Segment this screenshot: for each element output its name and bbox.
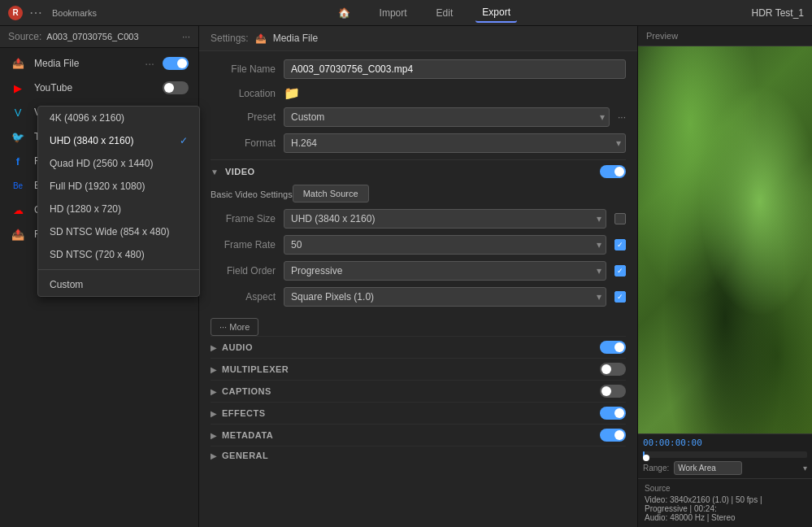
captions-section-row[interactable]: ▶ CAPTIONS xyxy=(211,380,626,402)
captions-toggle[interactable] xyxy=(600,385,626,398)
preset-row: Preset Custom ▾ ··· xyxy=(211,107,626,127)
multiplexer-toggle[interactable] xyxy=(600,363,626,376)
aspect-checkbox[interactable] xyxy=(614,291,626,303)
field-order-row: Field Order Progressive ▾ xyxy=(211,261,626,281)
range-row: Range: Work Area Entire Sequence In/Out … xyxy=(643,461,807,475)
top-bar-left: R ⋯ Bookmarks xyxy=(8,5,97,20)
source-video-info: Video: 3840x2160 (1.0) | 50 fps | Progre… xyxy=(645,495,805,513)
dropdown-option-quad-hd-label: Quad HD (2560 x 1440) xyxy=(50,158,153,169)
youtube-icon: ▶ xyxy=(10,81,26,94)
dropdown-option-4k[interactable]: 4K (4096 x 2160) xyxy=(38,107,199,129)
multiplexer-chevron: ▶ xyxy=(211,365,217,374)
frame-rate-select[interactable]: 50 xyxy=(284,235,606,255)
frame-rate-checkbox[interactable] xyxy=(614,239,626,250)
facebook-icon: f xyxy=(10,155,26,168)
effects-chevron: ▶ xyxy=(211,409,217,418)
export-item-youtube[interactable]: ▶ YouTube xyxy=(0,76,198,100)
source-more-dots[interactable]: ··· xyxy=(182,31,190,42)
frame-rate-label: Frame Rate xyxy=(211,239,276,250)
frame-rate-select-wrapper: 50 ▾ xyxy=(284,235,606,255)
preset-dots[interactable]: ··· xyxy=(618,111,626,123)
export-item-media-file[interactable]: 📤 Media File ··· xyxy=(0,51,198,76)
metadata-section-row[interactable]: ▶ METADATA xyxy=(211,424,626,446)
file-name-label: File Name xyxy=(211,63,276,75)
preview-header: Preview xyxy=(638,26,812,46)
audio-section-row[interactable]: ▶ AUDIO xyxy=(211,336,626,358)
dropdown-option-4k-label: 4K (4096 x 2160) xyxy=(50,112,124,124)
match-source-button[interactable]: Match Source xyxy=(293,185,369,203)
dropdown-option-full-hd[interactable]: Full HD (1920 x 1080) xyxy=(38,175,199,198)
settings-body: File Name Location 📁 Preset Custom ▾ ··· xyxy=(199,51,637,527)
general-section-label: GENERAL xyxy=(222,451,268,460)
dropdown-option-sd-ntsc-wide[interactable]: SD NTSC Wide (854 x 480) xyxy=(38,220,199,243)
frame-size-select[interactable]: UHD (3840 x 2160) xyxy=(284,209,606,229)
effects-section-row[interactable]: ▶ EFFECTS xyxy=(211,402,626,424)
aspect-label: Aspect xyxy=(211,291,276,303)
multiplexer-section-row[interactable]: ▶ MULTIPLEXER xyxy=(211,358,626,380)
preset-label: Preset xyxy=(211,111,276,123)
frame-rate-row: Frame Rate 50 ▾ xyxy=(211,235,626,255)
general-section-row[interactable]: ▶ GENERAL xyxy=(211,446,626,464)
range-select[interactable]: Work Area Entire Sequence In/Out xyxy=(674,461,742,475)
video-toggle[interactable] xyxy=(600,165,626,178)
format-label: Format xyxy=(211,137,276,149)
preview-image-inner xyxy=(638,46,812,433)
source-bar: Source: A003_07030756_C003 ··· xyxy=(0,26,198,48)
settings-tab-label: Media File xyxy=(273,33,318,44)
more-dots[interactable]: ⋯ xyxy=(29,5,42,20)
dropdown-option-custom[interactable]: Custom xyxy=(38,273,199,296)
dropdown-option-hd[interactable]: HD (1280 x 720) xyxy=(38,198,199,220)
toggle-knob xyxy=(614,342,624,352)
source-name: A003_07030756_C003 xyxy=(46,32,138,41)
source-info-title: Source xyxy=(645,484,805,493)
field-order-checkbox[interactable] xyxy=(614,265,626,277)
frame-size-select-wrapper: UHD (3840 x 2160) ▾ xyxy=(284,209,606,229)
metadata-toggle[interactable] xyxy=(600,429,626,442)
multiplexer-section-label: MULTIPLEXER xyxy=(222,364,289,374)
dropdown-option-quad-hd[interactable]: Quad HD (2560 x 1440) xyxy=(38,152,199,175)
effects-section-label: EFFECTS xyxy=(222,408,266,418)
format-select[interactable]: H.264 xyxy=(284,133,626,153)
timeline-bar[interactable] xyxy=(643,451,807,458)
frame-size-checkbox[interactable] xyxy=(614,213,626,224)
bookmarks-label: Bookmarks xyxy=(52,8,97,18)
twitter-icon: 🐦 xyxy=(10,130,26,143)
video-section-header[interactable]: ▼ VIDEO xyxy=(211,159,626,183)
preview-image xyxy=(638,46,812,433)
toggle-knob xyxy=(601,364,611,374)
settings-header: Settings: 📤 Media File xyxy=(199,26,637,51)
nav-home[interactable]: 🏠 xyxy=(332,4,357,22)
nav-edit[interactable]: Edit xyxy=(430,4,460,22)
dropdown-option-sd-ntsc[interactable]: SD NTSC (720 x 480) xyxy=(38,243,199,266)
preset-select[interactable]: Custom xyxy=(284,107,610,127)
aspect-select[interactable]: Square Pixels (1.0) xyxy=(284,287,606,307)
format-select-wrapper: H.264 ▾ xyxy=(284,133,626,153)
preview-timeline: 00:00:00:00 Range: Work Area Entire Sequ… xyxy=(638,433,812,478)
export-toggle-youtube[interactable] xyxy=(163,81,189,94)
captions-section-label: CAPTIONS xyxy=(222,386,271,396)
nav-import[interactable]: Import xyxy=(373,4,414,22)
export-item-label-media-file: Media File xyxy=(34,58,137,69)
field-order-select[interactable]: Progressive xyxy=(284,261,606,281)
export-toggle-media-file[interactable] xyxy=(163,57,189,70)
file-name-input[interactable] xyxy=(284,59,626,79)
audio-toggle[interactable] xyxy=(600,341,626,354)
source-audio-info: Audio: 48000 Hz | Stereo xyxy=(645,513,805,522)
toggle-knob xyxy=(614,430,624,440)
more-button[interactable]: ··· More xyxy=(211,318,258,336)
dropdown-option-uhd-label: UHD (3840 x 2160) xyxy=(50,135,133,146)
effects-toggle[interactable] xyxy=(600,407,626,420)
dropdown-option-uhd[interactable]: UHD (3840 x 2160) ✓ xyxy=(38,129,199,152)
video-section-body: Basic Video Settings Match Source Frame … xyxy=(211,183,626,336)
project-title: HDR Test_1 xyxy=(752,7,804,19)
field-order-label: Field Order xyxy=(211,265,276,277)
preview-panel: Preview 00:00:00:00 Range: Work Area Ent… xyxy=(637,26,812,527)
range-dropdown-arrow: ▾ xyxy=(803,464,807,473)
timeline-playhead[interactable] xyxy=(643,455,649,461)
location-icon[interactable]: 📁 xyxy=(284,85,300,101)
ftp-icon: 📤 xyxy=(10,228,26,241)
aspect-select-wrapper: Square Pixels (1.0) ▾ xyxy=(284,287,606,307)
nav-export[interactable]: Export xyxy=(475,3,517,23)
export-item-dots-media-file[interactable]: ··· xyxy=(145,57,154,70)
dropdown-divider xyxy=(38,269,199,270)
